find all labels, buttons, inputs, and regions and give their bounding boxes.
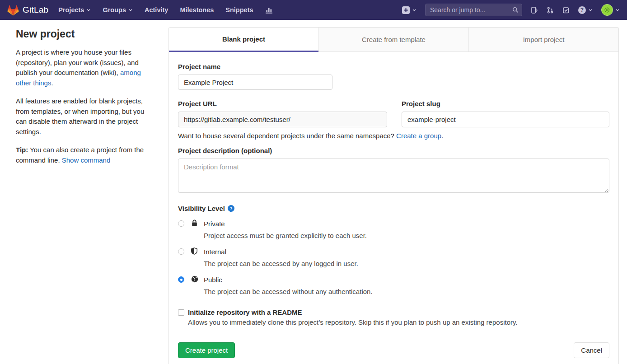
page-title: New project (16, 28, 153, 40)
project-slug-label: Project slug (402, 100, 609, 107)
chevron-down-icon (588, 8, 593, 12)
help-menu-button[interactable]: ? (578, 6, 593, 14)
readme-description: Allows you to immediately clone this pro… (188, 318, 518, 326)
help-icon: ? (578, 6, 586, 14)
nav-groups[interactable]: Groups (103, 6, 133, 14)
project-type-tabs: Blank project Create from template Impor… (169, 28, 618, 52)
chevron-down-icon (615, 8, 620, 12)
globe-icon (191, 275, 198, 283)
readme-label: Initialize repository with a README (188, 308, 518, 316)
private-option-name: Private (204, 219, 367, 229)
visibility-option-public: Public The project can be accessed witho… (178, 275, 609, 296)
svg-text:?: ? (229, 206, 232, 211)
lock-icon (191, 219, 198, 227)
internal-option-name: Internal (204, 247, 358, 257)
global-search (425, 4, 522, 16)
project-name-input[interactable] (178, 75, 332, 90)
project-url-label: Project URL (178, 100, 387, 107)
tab-blank-project[interactable]: Blank project (169, 28, 318, 52)
public-radio[interactable] (178, 276, 184, 283)
private-option-description: Project access must be granted explicitl… (204, 231, 367, 240)
internal-option-description: The project can be accessed by any logge… (204, 259, 358, 268)
intro-paragraph-1: A project is where you house your files … (16, 47, 153, 88)
chevron-down-icon (412, 8, 416, 12)
chevron-down-icon (86, 8, 91, 12)
public-option-description: The project can be accessed without any … (204, 287, 373, 296)
internal-radio[interactable] (178, 248, 184, 255)
avatar (601, 4, 613, 16)
visibility-option-private: Private Project access must be granted e… (178, 219, 609, 240)
search-input[interactable] (425, 4, 522, 16)
project-url-select[interactable] (178, 112, 387, 127)
tip-paragraph: Tip: You can also create a project from … (16, 145, 153, 165)
nav-projects[interactable]: Projects (58, 6, 91, 14)
readme-checkbox[interactable] (178, 309, 184, 316)
search-icon (512, 7, 519, 15)
create-a-group-link[interactable]: Create a group (396, 132, 441, 140)
project-slug-input[interactable] (402, 112, 609, 127)
chart-icon[interactable] (265, 6, 273, 14)
gitlab-tanuki-logo-icon (7, 5, 19, 16)
brand-name: GitLab (23, 5, 48, 15)
gitlab-home-link[interactable]: GitLab (7, 5, 48, 16)
namespace-hint: Want to house several dependent projects… (178, 132, 609, 140)
tab-import-project[interactable]: Import project (468, 28, 618, 52)
public-option-name: Public (204, 275, 373, 285)
visibility-level-label: Visibility Level ? (178, 205, 609, 212)
project-description-label: Project description (optional) (178, 147, 609, 154)
nav-milestones[interactable]: Milestones (180, 6, 214, 14)
project-name-label: Project name (178, 63, 609, 70)
private-radio[interactable] (178, 220, 184, 227)
project-description-textarea[interactable] (178, 159, 609, 193)
cancel-button[interactable]: Cancel (574, 342, 609, 358)
new-project-panel: Blank project Create from template Impor… (168, 27, 619, 364)
todos-icon[interactable] (562, 6, 570, 14)
tip-label: Tip: (16, 146, 28, 154)
visibility-option-internal: Internal The project can be accessed by … (178, 247, 609, 268)
readme-option: Initialize repository with a README Allo… (178, 308, 609, 326)
tab-create-from-template[interactable]: Create from template (318, 28, 468, 52)
nav-snippets[interactable]: Snippets (225, 6, 253, 14)
visibility-help-icon[interactable]: ? (228, 205, 234, 212)
user-menu-button[interactable] (601, 4, 620, 16)
top-navbar: GitLab Projects Groups Activity Mileston… (0, 0, 627, 20)
shield-icon (191, 247, 198, 255)
show-command-link[interactable]: Show command (62, 156, 111, 164)
intro-paragraph-2: All features are enabled for blank proje… (16, 96, 153, 137)
chevron-down-icon (128, 8, 133, 12)
plus-icon (402, 6, 410, 14)
page-intro: New project A project is where you house… (16, 28, 153, 173)
nav-activity[interactable]: Activity (145, 6, 168, 14)
issues-icon[interactable] (531, 6, 538, 14)
merge-requests-icon[interactable] (547, 6, 554, 14)
create-project-button[interactable]: Create project (178, 342, 235, 358)
new-menu-button[interactable] (402, 6, 416, 14)
blank-project-form: Project name Project URL Project slug Wa… (169, 52, 618, 364)
